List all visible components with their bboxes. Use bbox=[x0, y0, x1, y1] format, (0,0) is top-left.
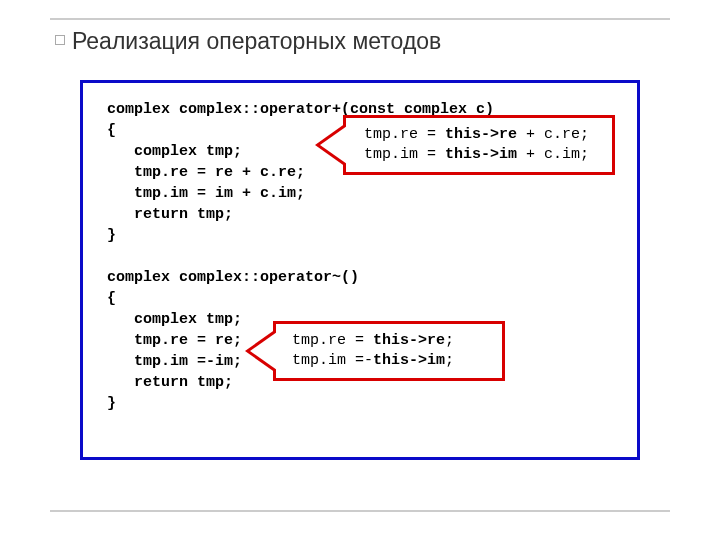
bullet-box bbox=[55, 35, 65, 45]
code-line: complex tmp; bbox=[107, 143, 242, 160]
code-line: } bbox=[107, 395, 116, 412]
slide-title: Реализация операторных методов bbox=[72, 28, 441, 55]
callout-upper: tmp.re = this->re + c.re; tmp.im = this-… bbox=[343, 115, 615, 175]
slide: Реализация операторных методов complex c… bbox=[0, 0, 720, 540]
code-line: tmp.im =-im; bbox=[107, 353, 242, 370]
code-line: complex tmp; bbox=[107, 311, 242, 328]
callout-upper-text: tmp.re = this->re + c.re; tmp.im = this-… bbox=[364, 125, 589, 165]
code-line: return tmp; bbox=[107, 206, 233, 223]
callout-lower: tmp.re = this->re; tmp.im =-this->im; bbox=[273, 321, 505, 381]
code-line: tmp.re = re + c.re; bbox=[107, 164, 305, 181]
code-line: tmp.re = re; bbox=[107, 332, 242, 349]
code-line: complex complex::operator~() bbox=[107, 269, 359, 286]
callout-lower-text: tmp.re = this->re; tmp.im =-this->im; bbox=[292, 331, 454, 371]
code-line: { bbox=[107, 122, 116, 139]
code-line: tmp.im = im + c.im; bbox=[107, 185, 305, 202]
code-line: { bbox=[107, 290, 116, 307]
code-frame: complex complex::operator+(const complex… bbox=[80, 80, 640, 460]
code-line: } bbox=[107, 227, 116, 244]
rule-top bbox=[50, 18, 670, 20]
code-line: return tmp; bbox=[107, 374, 233, 391]
rule-bottom bbox=[50, 510, 670, 512]
